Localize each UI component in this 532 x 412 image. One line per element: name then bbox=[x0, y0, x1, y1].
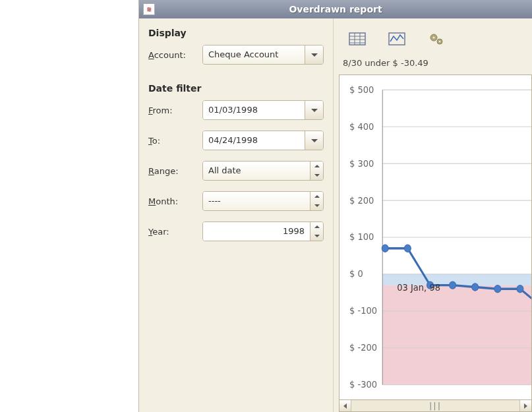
month-label: Month: bbox=[148, 196, 202, 206]
to-row: To: 04/24/1998 bbox=[148, 131, 324, 150]
date-filter-section-head: Date filter bbox=[148, 83, 324, 94]
range-combo-text: All date bbox=[203, 162, 310, 180]
account-combo[interactable]: Cheque Account bbox=[202, 45, 324, 65]
chevron-right-icon bbox=[524, 403, 527, 409]
svg-text:$ 500: $ 500 bbox=[349, 84, 374, 95]
view-chart-button[interactable] bbox=[385, 28, 409, 50]
svg-text:$ 200: $ 200 bbox=[349, 194, 374, 206]
gears-icon bbox=[427, 31, 446, 47]
chevron-left-icon bbox=[343, 403, 347, 409]
svg-text:03 Jan, 98: 03 Jan, 98 bbox=[397, 281, 440, 293]
svg-text:$ -300: $ -300 bbox=[349, 378, 377, 390]
display-section-head: Display bbox=[148, 28, 324, 38]
year-spin[interactable]: 1998 bbox=[202, 221, 324, 241]
scroll-right-button[interactable] bbox=[519, 400, 531, 411]
scroll-track[interactable]: ||| bbox=[351, 401, 519, 411]
to-date-button[interactable] bbox=[305, 131, 323, 150]
from-date-button[interactable] bbox=[305, 101, 323, 119]
overdrawn-report-window: ≋ Overdrawn report Display Account: Cheq… bbox=[138, 0, 532, 412]
from-date-text[interactable]: 01/03/1998 bbox=[203, 101, 305, 119]
view-list-button[interactable] bbox=[345, 28, 369, 50]
svg-point-10 bbox=[439, 41, 440, 42]
svg-text:$ 300: $ 300 bbox=[349, 158, 374, 169]
chevron-down-icon bbox=[311, 53, 318, 57]
svg-point-38 bbox=[517, 285, 523, 293]
svg-text:$ 100: $ 100 bbox=[349, 231, 374, 243]
svg-text:$ 400: $ 400 bbox=[349, 121, 374, 132]
month-spin-up[interactable] bbox=[310, 192, 323, 201]
svg-point-35 bbox=[450, 281, 456, 289]
year-spin-down[interactable] bbox=[310, 231, 323, 241]
account-row: Account: Cheque Account bbox=[148, 45, 324, 65]
chart-scrollbar[interactable]: ||| bbox=[339, 400, 532, 412]
year-text[interactable]: 1998 bbox=[203, 222, 310, 241]
report-panel: 8/30 under $ -30.49 $ 500$ 400$ 300$ 200… bbox=[334, 18, 532, 412]
to-date-combo[interactable]: 04/24/1998 bbox=[202, 131, 324, 150]
svg-point-36 bbox=[472, 283, 479, 291]
to-label: To: bbox=[148, 136, 202, 146]
settings-button[interactable] bbox=[425, 28, 448, 50]
triangle-up-icon bbox=[314, 165, 320, 167]
year-row: Year: 1998 bbox=[148, 221, 324, 241]
year-spin-up[interactable] bbox=[310, 222, 323, 231]
account-combo-button[interactable] bbox=[305, 45, 323, 64]
svg-point-33 bbox=[404, 245, 411, 252]
triangle-up-icon bbox=[314, 195, 320, 198]
range-spin-down[interactable] bbox=[310, 171, 323, 180]
svg-point-32 bbox=[382, 245, 388, 252]
app-icon: ≋ bbox=[143, 3, 155, 15]
table-icon bbox=[348, 31, 367, 47]
titlebar[interactable]: ≋ Overdrawn report bbox=[139, 0, 532, 18]
svg-text:$ 0: $ 0 bbox=[349, 268, 363, 280]
month-spin-down[interactable] bbox=[310, 201, 323, 210]
svg-point-37 bbox=[494, 285, 501, 293]
month-spinner[interactable] bbox=[310, 192, 323, 210]
toolbar bbox=[334, 25, 532, 57]
balance-chart[interactable]: $ 500$ 400$ 300$ 200$ 100$ 0$ -100$ -200… bbox=[339, 74, 532, 400]
svg-point-8 bbox=[433, 37, 435, 39]
month-combo[interactable]: ---- bbox=[202, 191, 324, 211]
year-label: Year: bbox=[148, 227, 202, 237]
range-spin-up[interactable] bbox=[310, 162, 323, 171]
scroll-left-button[interactable] bbox=[340, 400, 351, 411]
line-chart-icon bbox=[388, 31, 406, 47]
triangle-down-icon bbox=[314, 235, 320, 237]
month-row: Month: ---- bbox=[148, 191, 324, 211]
content-area: Display Account: Cheque Account Date fil… bbox=[139, 18, 532, 412]
from-label: From: bbox=[148, 105, 202, 115]
svg-text:$ -100: $ -100 bbox=[349, 305, 377, 316]
range-row: Range: All date bbox=[148, 161, 324, 181]
triangle-up-icon bbox=[314, 225, 320, 228]
account-combo-text: Cheque Account bbox=[203, 45, 305, 64]
triangle-down-icon bbox=[314, 174, 320, 177]
to-date-text[interactable]: 04/24/1998 bbox=[203, 131, 305, 150]
range-combo[interactable]: All date bbox=[202, 161, 324, 181]
svg-rect-6 bbox=[389, 33, 405, 45]
triangle-down-icon bbox=[314, 204, 320, 207]
account-label: Account: bbox=[148, 50, 202, 60]
from-date-combo[interactable]: 01/03/1998 bbox=[202, 100, 324, 120]
year-spinner[interactable] bbox=[310, 222, 323, 241]
status-line: 8/30 under $ -30.49 bbox=[334, 57, 532, 74]
svg-rect-12 bbox=[382, 285, 531, 385]
svg-text:$ -200: $ -200 bbox=[349, 342, 377, 353]
range-spinner[interactable] bbox=[310, 162, 323, 180]
filter-panel: Display Account: Cheque Account Date fil… bbox=[139, 18, 334, 412]
month-combo-text: ---- bbox=[203, 192, 310, 210]
chevron-down-icon bbox=[311, 109, 318, 112]
range-label: Range: bbox=[148, 166, 202, 176]
chevron-down-icon bbox=[311, 139, 318, 142]
window-title: Overdrawn report bbox=[289, 4, 382, 15]
from-row: From: 01/03/1998 bbox=[148, 100, 324, 120]
